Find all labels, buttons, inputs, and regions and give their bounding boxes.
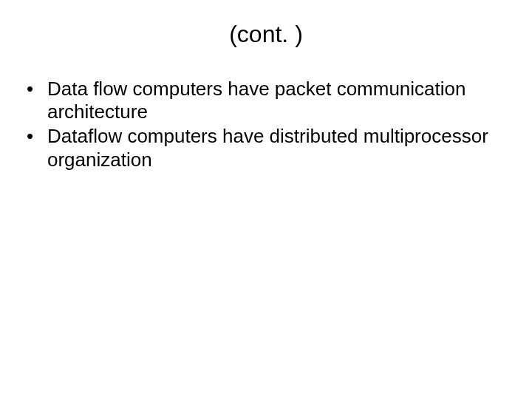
slide-content: Data flow computers have packet communic… (0, 78, 532, 171)
bullet-list: Data flow computers have packet communic… (21, 78, 502, 171)
list-item: Dataflow computers have distributed mult… (21, 125, 502, 171)
list-item: Data flow computers have packet communic… (21, 78, 502, 123)
slide-title: (cont. ) (0, 0, 532, 78)
